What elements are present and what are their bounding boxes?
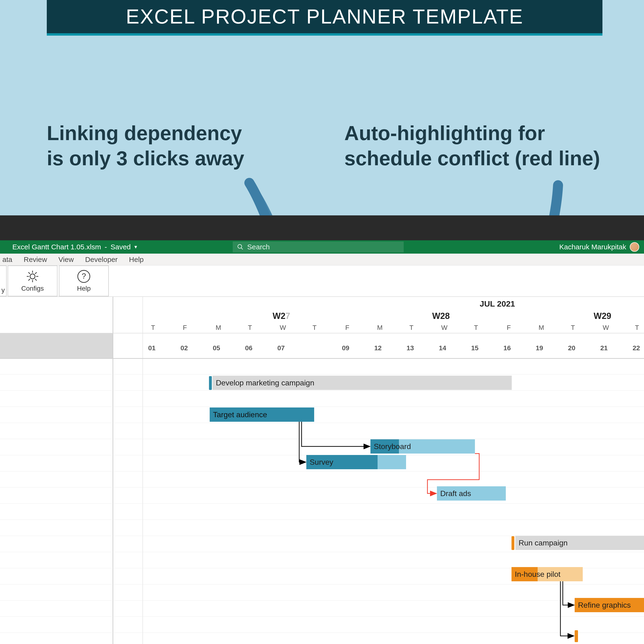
avatar bbox=[630, 242, 639, 252]
banner-title: EXCEL PROJECT PLANNER TEMPLATE bbox=[126, 5, 523, 28]
svg-point-2 bbox=[30, 274, 35, 279]
search-icon bbox=[237, 244, 244, 250]
help-label: Help bbox=[77, 285, 91, 292]
svg-line-10 bbox=[28, 279, 30, 280]
svg-line-7 bbox=[28, 272, 30, 274]
svg-line-9 bbox=[35, 272, 37, 274]
search-placeholder: Search bbox=[247, 243, 270, 251]
callout-dependency-text: Linking dependency is only 3 clicks away bbox=[47, 122, 244, 170]
save-state-text: Saved bbox=[110, 243, 131, 251]
excel-screenshot: Excel Gantt Chart 1.05.xlsm - Saved ▾ Se… bbox=[0, 215, 644, 644]
toolbar-partial-button[interactable]: y bbox=[0, 265, 7, 296]
toolbar-partial-label: y bbox=[1, 286, 5, 294]
document-title[interactable]: Excel Gantt Chart 1.05.xlsm - Saved ▾ bbox=[12, 243, 137, 251]
tab-developer[interactable]: Developer bbox=[85, 256, 118, 264]
callout-dependency: Linking dependency is only 3 clicks away bbox=[47, 121, 270, 171]
title-separator: - bbox=[104, 243, 107, 251]
chevron-down-icon[interactable]: ▾ bbox=[134, 244, 137, 250]
callout-conflict-text: Auto-highlighting for schedule conflict … bbox=[344, 122, 600, 170]
custom-toolbar: y Configs ? Help bbox=[0, 265, 644, 297]
configs-button[interactable]: Configs bbox=[8, 265, 57, 296]
tab-data[interactable]: ata bbox=[2, 256, 12, 264]
filename-text: Excel Gantt Chart 1.05.xlsm bbox=[12, 243, 101, 251]
user-account[interactable]: Kacharuk Marukpitak bbox=[559, 242, 639, 252]
excel-titlebar: Excel Gantt Chart 1.05.xlsm - Saved ▾ Se… bbox=[0, 240, 644, 254]
search-input[interactable]: Search bbox=[233, 241, 404, 252]
tab-review[interactable]: Review bbox=[24, 256, 47, 264]
tab-help[interactable]: Help bbox=[129, 256, 144, 264]
configs-label: Configs bbox=[21, 285, 44, 292]
help-icon: ? bbox=[77, 270, 91, 283]
gear-icon bbox=[26, 270, 39, 283]
user-name-text: Kacharuk Marukpitak bbox=[559, 243, 626, 251]
svg-line-1 bbox=[241, 248, 243, 250]
window-titlebar-dark bbox=[0, 215, 644, 240]
callout-conflict: Auto-highlighting for schedule conflict … bbox=[344, 121, 617, 171]
svg-point-0 bbox=[238, 245, 242, 248]
dependency-lines bbox=[0, 297, 644, 644]
help-button[interactable]: ? Help bbox=[59, 265, 109, 296]
tab-view[interactable]: View bbox=[58, 256, 74, 264]
gantt-grid: JUL 2021 W27 W28 W29 T F M T W T F M T W… bbox=[0, 297, 644, 644]
title-banner: EXCEL PROJECT PLANNER TEMPLATE bbox=[47, 0, 602, 36]
svg-text:?: ? bbox=[82, 272, 86, 280]
svg-line-8 bbox=[35, 279, 37, 280]
ribbon-tabs: ata Review View Developer Help bbox=[0, 254, 644, 265]
